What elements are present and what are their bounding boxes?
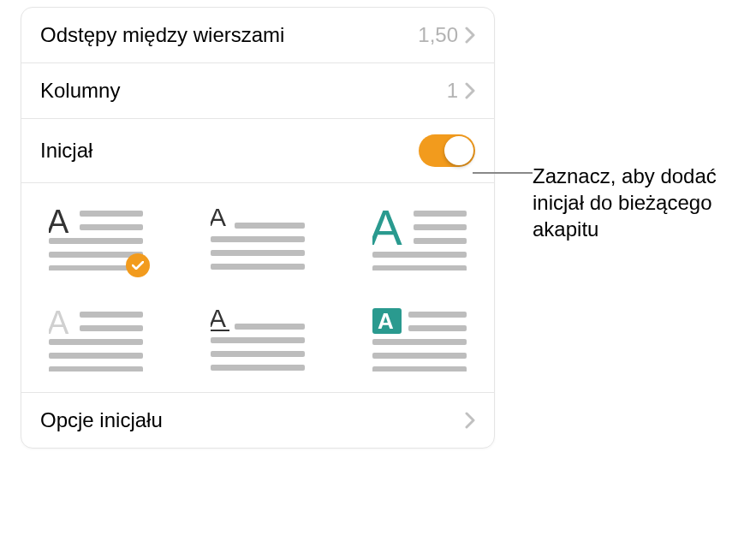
annotation-leader-line (473, 172, 533, 174)
svg-rect-7 (235, 223, 305, 229)
svg-rect-1 (80, 211, 143, 217)
drop-cap-styles-grid: A A (40, 207, 475, 372)
svg-rect-20 (49, 339, 143, 345)
svg-text:A: A (211, 207, 226, 231)
svg-rect-25 (235, 324, 305, 330)
drop-cap-style-2[interactable]: A (211, 207, 305, 270)
svg-rect-18 (80, 312, 143, 318)
drop-cap-style-5[interactable]: A (211, 308, 305, 372)
drop-cap-style-3[interactable]: A (372, 207, 467, 270)
svg-text:A: A (49, 308, 69, 341)
svg-rect-16 (372, 265, 467, 270)
svg-rect-26 (211, 337, 305, 343)
svg-rect-28 (211, 365, 305, 371)
svg-rect-19 (80, 325, 143, 331)
line-spacing-label: Odstępy między wierszami (40, 23, 418, 47)
svg-rect-10 (211, 264, 305, 270)
chevron-right-icon (465, 82, 475, 99)
drop-cap-style-6[interactable]: A (372, 308, 467, 372)
svg-rect-33 (372, 339, 467, 345)
line-spacing-value: 1,50 (418, 23, 458, 47)
svg-rect-27 (211, 351, 305, 357)
svg-rect-34 (372, 353, 467, 359)
drop-cap-style-4[interactable]: A (49, 308, 143, 372)
columns-label: Kolumny (40, 79, 447, 103)
drop-cap-style-1[interactable]: A (49, 207, 143, 270)
svg-rect-15 (372, 252, 467, 258)
svg-rect-13 (414, 224, 467, 230)
chevron-right-icon (465, 412, 475, 429)
svg-rect-2 (80, 224, 143, 230)
drop-cap-label: Inicjał (40, 139, 419, 163)
svg-rect-9 (211, 250, 305, 256)
svg-text:A: A (211, 308, 226, 332)
columns-value: 1 (447, 79, 458, 103)
svg-rect-14 (414, 238, 467, 244)
svg-rect-21 (49, 353, 143, 359)
svg-rect-22 (49, 366, 143, 372)
svg-rect-32 (408, 325, 467, 331)
columns-row[interactable]: Kolumny 1 (21, 63, 494, 119)
svg-rect-31 (408, 312, 467, 318)
drop-cap-row: Inicjał (21, 119, 494, 183)
drop-cap-toggle[interactable] (419, 134, 475, 167)
line-spacing-row[interactable]: Odstępy między wierszami 1,50 (21, 8, 494, 63)
formatting-panel: Odstępy między wierszami 1,50 Kolumny 1 … (21, 7, 495, 449)
svg-text:A: A (378, 308, 394, 334)
svg-rect-35 (372, 366, 467, 372)
svg-rect-3 (49, 238, 143, 244)
svg-text:A: A (49, 207, 69, 240)
drop-cap-options-label: Opcje inicjału (40, 408, 465, 432)
svg-text:A: A (372, 207, 402, 255)
drop-cap-styles-section: A A (21, 183, 494, 393)
selected-check-icon (126, 253, 150, 277)
annotation-text: Zaznacz, aby dodać inicjał do bieżącego … (533, 163, 738, 243)
svg-rect-12 (414, 211, 467, 217)
svg-rect-8 (211, 236, 305, 242)
drop-cap-options-row[interactable]: Opcje inicjału (21, 393, 494, 448)
chevron-right-icon (465, 27, 475, 44)
